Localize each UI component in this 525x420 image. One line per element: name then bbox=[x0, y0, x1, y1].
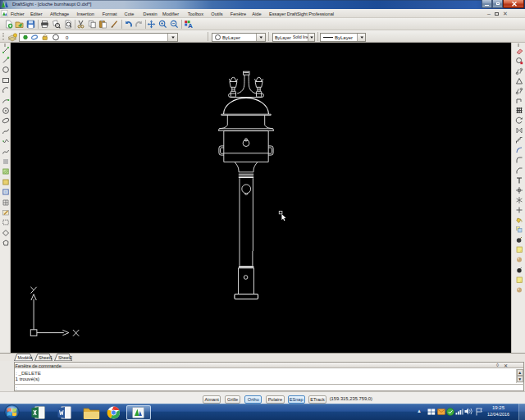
svg-text:ByLayer: ByLayer bbox=[222, 35, 240, 40]
svg-text:A: A bbox=[188, 22, 193, 29]
svg-text:ByLayer: ByLayer bbox=[335, 35, 353, 40]
